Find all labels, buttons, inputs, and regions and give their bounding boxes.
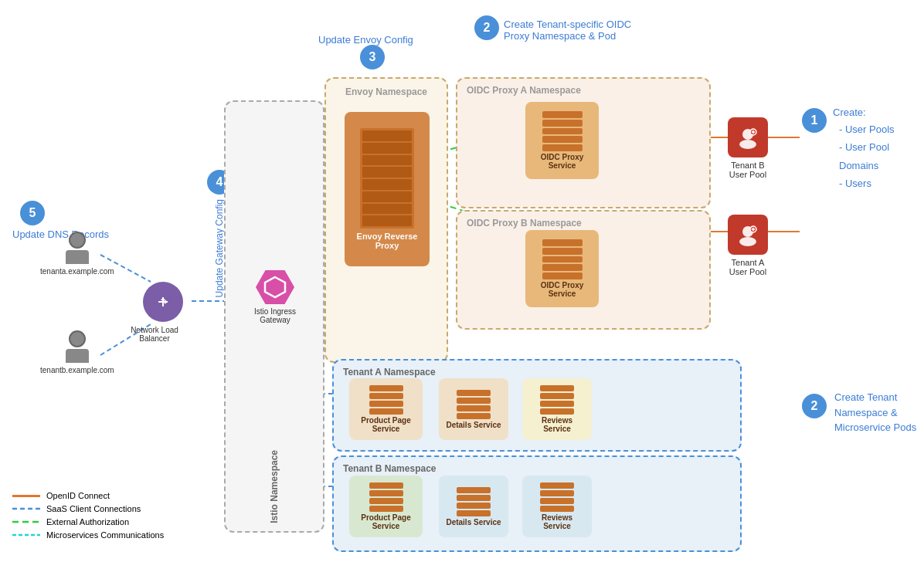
svg-point-25 bbox=[739, 237, 756, 246]
reviews-a-label: Reviews Service bbox=[527, 416, 587, 433]
product-b-label: Product Page Service bbox=[354, 513, 418, 530]
user-a-label: tenanta.example.com bbox=[40, 267, 114, 276]
step1-label: Create: bbox=[833, 107, 924, 118]
legend-microservices: Microservices Communications bbox=[12, 530, 164, 540]
details-b-label: Details Service bbox=[446, 518, 501, 526]
user-head-a bbox=[69, 232, 86, 249]
details-a-label: Details Service bbox=[446, 421, 501, 429]
step1-circle: 1 bbox=[802, 108, 827, 133]
tenant-b-pool-label: Tenant B User Pool bbox=[722, 161, 774, 179]
step3-label: Update Envoy Config bbox=[318, 34, 413, 46]
envoy-grid-icon bbox=[360, 128, 414, 229]
step2-bottom-circle: 2 bbox=[802, 394, 827, 418]
legend-openid: OpenID Connect bbox=[12, 491, 164, 500]
tenant-b-pool-icon bbox=[728, 117, 768, 157]
product-a-label: Product Page Service bbox=[354, 416, 418, 433]
legend-saas-line bbox=[12, 506, 40, 511]
istio-gateway-label: Istio Ingress Gateway bbox=[244, 307, 306, 324]
step2-bottom-label: Create TenantNamespace &Microservice Pod… bbox=[834, 390, 916, 435]
nlb-icon bbox=[143, 282, 183, 322]
envoy-proxy-label: Envoy Reverse Proxy bbox=[349, 232, 425, 250]
svg-marker-18 bbox=[265, 277, 285, 297]
istio-gateway-hex bbox=[256, 270, 294, 304]
create-item-3: - Users bbox=[839, 174, 924, 192]
tenant-a-pool-label: Tenant A User Pool bbox=[722, 258, 774, 276]
legend-saas: SaaS Client Connections bbox=[12, 504, 164, 513]
create-item-2: - User Pool Domains bbox=[839, 138, 924, 174]
istio-gateway-container: Istio Ingress Gateway bbox=[244, 270, 306, 324]
step1-annotation: Create: - User Pools - User Pool Domains… bbox=[833, 107, 924, 193]
tenant-a-reviews-box: Reviews Service bbox=[522, 378, 592, 440]
product-a-grid bbox=[369, 385, 403, 415]
step5-circle: 5 bbox=[20, 201, 45, 225]
user-b-label: tenantb.example.com bbox=[40, 366, 114, 374]
user-head-b bbox=[69, 330, 86, 347]
svg-point-20 bbox=[739, 140, 756, 149]
nlb-label: Network Load Balancer bbox=[127, 326, 182, 343]
tenant-b-details-box: Details Service bbox=[439, 476, 508, 537]
oidc-proxy-b-box: OIDC Proxy Service bbox=[525, 230, 599, 307]
user-tenant-b: tenantb.example.com bbox=[40, 330, 114, 374]
step4-label: Update Gateway Config bbox=[214, 199, 225, 297]
user-tenant-a: tenanta.example.com bbox=[40, 232, 114, 276]
oidc-proxy-a-box: OIDC Proxy Service bbox=[525, 102, 599, 179]
tenant-a-pool-icon bbox=[728, 215, 768, 255]
tenant-b-product-box: Product Page Service bbox=[349, 476, 423, 537]
legend: OpenID Connect SaaS Client Connections E… bbox=[12, 491, 164, 543]
reviews-a-grid bbox=[540, 385, 574, 415]
oidc-a-label: OIDC Proxy Service bbox=[530, 153, 594, 170]
tenant-a-details-box: Details Service bbox=[439, 378, 508, 440]
step3-circle: 3 bbox=[360, 45, 385, 69]
product-b-grid bbox=[369, 482, 403, 512]
reviews-b-label: Reviews Service bbox=[527, 513, 587, 530]
envoy-namespace-label: Envoy Namespace bbox=[345, 86, 427, 97]
architecture-diagram: 5 Update DNS Records tenanta.example.com… bbox=[0, 0, 924, 562]
legend-openid-line bbox=[12, 495, 40, 497]
step2-top-label: Create Tenant-specific OIDCProxy Namespa… bbox=[504, 19, 631, 42]
tenant-b-namespace-label: Tenant B Namespace bbox=[343, 463, 437, 474]
oidc-a-namespace-label: OIDC Proxy A Namespace bbox=[467, 85, 581, 96]
create-list: - User Pools - User Pool Domains - Users bbox=[839, 120, 924, 193]
oidc-b-namespace-label: OIDC Proxy B Namespace bbox=[467, 218, 582, 229]
nlb-svg bbox=[152, 291, 174, 313]
tenant-b-reviews-box: Reviews Service bbox=[522, 476, 592, 537]
envoy-proxy-box: Envoy Reverse Proxy bbox=[345, 112, 430, 266]
legend-ext-auth: External Authorization bbox=[12, 517, 164, 526]
tenant-a-namespace-label: Tenant A Namespace bbox=[343, 367, 436, 377]
legend-microservices-line bbox=[12, 533, 40, 537]
details-b-grid bbox=[457, 487, 491, 516]
reviews-b-grid bbox=[540, 482, 574, 512]
create-item-1: - User Pools bbox=[839, 120, 924, 138]
details-a-grid bbox=[457, 390, 491, 419]
oidc-b-grid bbox=[542, 239, 583, 279]
step2-top-circle: 2 bbox=[474, 15, 499, 40]
user-body-a bbox=[66, 250, 89, 264]
legend-ext-auth-line bbox=[12, 520, 40, 524]
tenant-a-product-box: Product Page Service bbox=[349, 378, 423, 440]
user-body-b bbox=[66, 349, 89, 363]
istio-namespace-label: Istio Namespace bbox=[269, 450, 280, 523]
oidc-b-label: OIDC Proxy Service bbox=[530, 281, 594, 298]
oidc-a-grid bbox=[542, 111, 583, 151]
